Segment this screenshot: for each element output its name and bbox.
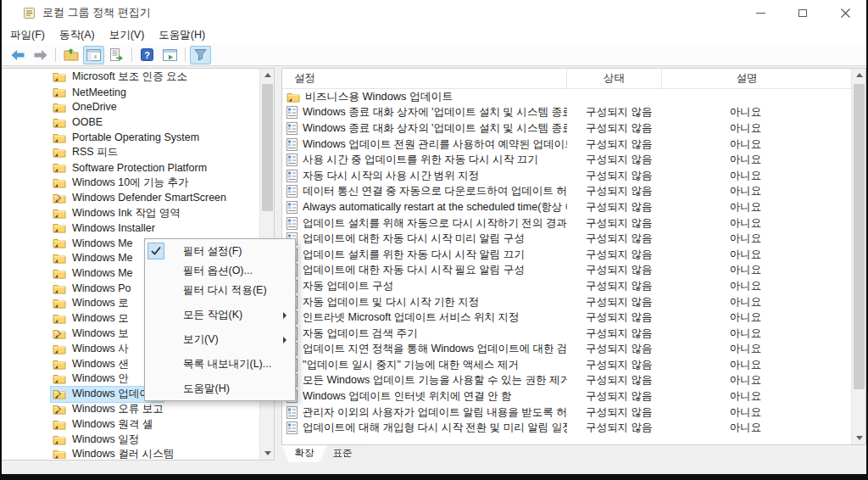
table-row[interactable]: Windows 업데이트 인터넷 위치에 연결 안 함 구성되지 않음 아니요 [282, 388, 851, 405]
tree-item[interactable]: NetMeeting [2, 85, 259, 100]
table-row[interactable]: 관리자 이외의 사용자가 업데이트 알림 내용을 받도록 허용 구성되지 않음 … [282, 405, 851, 421]
setting-name: 업데이트에 대해 개입형 다시 시작 전환 및 미리 알림 일정 ... [303, 421, 567, 435]
column-header-comment[interactable]: 설명 [662, 69, 865, 88]
window-title: 로컬 그룹 정책 편집기 [42, 5, 151, 20]
tree-item[interactable]: Windows 컬러 시스템 [2, 447, 259, 459]
export-list-button[interactable] [106, 46, 127, 64]
maximize-icon [798, 9, 807, 17]
table-row[interactable]: Always automatically restart at the sche… [282, 199, 851, 215]
context-menu-item[interactable]: 도움말(H) [145, 379, 295, 399]
show-console-tree-button[interactable] [83, 46, 104, 64]
minimize-button[interactable] [739, 0, 782, 25]
setting-comment: 아니요 [662, 153, 851, 167]
scroll-up-button[interactable] [260, 69, 275, 81]
tree-item[interactable]: Portable Operating System [2, 130, 259, 145]
submenu-arrow-icon [283, 312, 287, 319]
menu-action[interactable]: 동작(A) [54, 26, 104, 44]
context-menu-item[interactable]: 보기(V) [145, 330, 295, 349]
context-menu-item[interactable]: 필터 다시 적용(E) [145, 281, 295, 300]
table-row[interactable]: 업데이트에 대해 개입형 다시 시작 전환 및 미리 알림 일정 ... 구성되… [282, 420, 851, 436]
setting-state: 구성되지 않음 [567, 327, 662, 341]
tree-item-label: Windows Me [72, 267, 133, 279]
group-policy-editor-window: 로컬 그룹 정책 편집기 파일(F) 동작(A) 보기(V) 도움말(H) [2, 0, 866, 474]
tree-item[interactable]: Microsoft 보조 인증 요소 [2, 70, 259, 85]
table-row[interactable]: 업데이트 설치를 위해 자동으로 다시 시작하기 전의 경과 ... 구성되지 … [282, 215, 851, 232]
menu-file[interactable]: 파일(F) [5, 26, 54, 44]
table-row[interactable]: 모든 Windows 업데이트 기능을 사용할 수 있는 권한 제거 구성되지 … [282, 373, 851, 389]
column-header-setting[interactable]: 설정 [282, 69, 567, 88]
filter-button[interactable] [190, 46, 211, 64]
table-row[interactable]: 업데이트 지연 정책을 통해 Windows 업데이트에 대한 검사... 구성… [282, 342, 851, 358]
tree-item[interactable]: Windows Defender SmartScreen [2, 190, 259, 205]
policy-setting-icon [287, 153, 298, 166]
setting-state: 구성되지 않음 [567, 310, 662, 325]
context-menu-item[interactable]: 필터 옵션(O)... [145, 261, 295, 281]
setting-state: 구성되지 않음 [567, 184, 662, 198]
setting-comment: 아니요 [662, 405, 851, 420]
scrollbar-thumb[interactable] [854, 84, 865, 389]
setting-comment: 아니요 [662, 279, 851, 293]
folder-icon [53, 132, 66, 143]
help-button[interactable]: ? [136, 46, 158, 64]
table-row[interactable]: 사용 시간 중 업데이트를 위한 자동 다시 시작 끄기 구성되지 않음 아니요 [282, 152, 851, 168]
setting-state: 구성되지 않음 [567, 137, 662, 152]
scroll-down-button[interactable] [852, 432, 866, 444]
table-row[interactable]: 업데이트에 대한 자동 다시 시작 미리 알림 구성 구성되지 않음 아니요 [282, 231, 851, 247]
tree-item[interactable]: Windows Ink 작업 영역 [2, 205, 259, 220]
context-menu-item-label: 필터 설정(F) [183, 244, 242, 259]
policy-setting-icon [287, 122, 298, 135]
table-row[interactable]: 자동 다시 시작의 사용 시간 범위 지정 구성되지 않음 아니요 [282, 168, 851, 184]
close-button[interactable] [824, 0, 866, 25]
table-row[interactable]: 업데이트에 대한 자동 다시 시작 필요 알림 구성 구성되지 않음 아니요 [282, 263, 851, 279]
table-row[interactable]: 자동 업데이트 구성 구성되지 않음 아니요 [282, 278, 851, 294]
tree-item-label: Windows Me [72, 237, 133, 249]
table-row[interactable]: 업데이트 설치를 위한 자동 다시 시작 알림 끄기 구성되지 않음 아니요 [282, 247, 851, 263]
forward-button[interactable] [30, 46, 51, 64]
folder-icon [53, 419, 66, 430]
table-row[interactable]: 인트라넷 Microsoft 업데이트 서비스 위치 지정 구성되지 않음 아니… [282, 310, 851, 326]
setting-comment: 아니요 [662, 342, 851, 356]
context-menu-item[interactable]: 필터 설정(F) [145, 242, 295, 261]
menu-view[interactable]: 보기(V) [104, 26, 154, 44]
window-play-icon [163, 49, 177, 61]
setting-name: "업데이트 일시 중지" 기능에 대한 액세스 제거 [303, 358, 519, 372]
scroll-down-button[interactable] [260, 447, 275, 460]
tree-item[interactable]: OneDrive [2, 100, 259, 115]
tree-item[interactable]: OOBE [2, 114, 259, 130]
tree-item[interactable]: Windows 일정 [2, 432, 259, 447]
table-row[interactable]: Windows 종료 대화 상자의 '업데이트 설치 및 시스템 종료'... … [282, 120, 851, 137]
tree-item[interactable]: Software Protection Platform [2, 160, 259, 176]
group-row[interactable]: 비즈니스용 Windows 업데이트 [282, 89, 851, 105]
tree-item[interactable]: Windows Installer [2, 220, 259, 236]
scroll-up-button[interactable] [852, 69, 866, 81]
table-row[interactable]: Windows 종료 대화 상자에 '업데이트 설치 및 시스템 종료'... … [282, 105, 851, 121]
tab-extended[interactable]: 확장 [281, 445, 327, 462]
up-one-level-button[interactable] [60, 46, 81, 64]
table-row[interactable]: 데이터 통신 연결 중 자동으로 다운로드하여 업데이트 허용 구성되지 않음 … [282, 184, 851, 200]
setting-state: 구성되지 않음 [567, 342, 662, 356]
tree-item[interactable]: Windows 10에 기능 추가 [2, 176, 259, 191]
back-button[interactable] [7, 46, 28, 64]
tree-item-label: Portable Operating System [72, 131, 199, 143]
maximize-button[interactable] [782, 0, 824, 25]
tree-item[interactable]: RSS 피드 [2, 145, 259, 160]
app-icon [23, 7, 36, 20]
table-row[interactable]: 자동 업데이트 및 다시 시작 기한 지정 구성되지 않음 아니요 [282, 294, 851, 310]
menu-help[interactable]: 도움말(H) [153, 26, 214, 44]
column-header-state[interactable]: 상태 [567, 69, 662, 88]
tree-item[interactable]: Windows 오류 보고 [2, 402, 259, 417]
policy-setting-icon [287, 170, 298, 182]
table-row[interactable]: 자동 업데이트 검색 주기 구성되지 않음 아니요 [282, 326, 851, 342]
context-menu-item[interactable]: 모든 작업(K) [145, 305, 295, 325]
tab-standard[interactable]: 표준 [320, 445, 365, 462]
table-row[interactable]: Windows 업데이트 전원 관리를 사용하여 예약된 업데이트... 구성되… [282, 137, 851, 153]
tree-item[interactable]: Windows 원격 셸 [2, 416, 259, 432]
setting-state: 구성되지 않음 [567, 232, 662, 246]
folder-icon [53, 147, 66, 158]
scrollbar-thumb[interactable] [262, 84, 273, 211]
list-scrollbar[interactable] [851, 69, 865, 444]
table-row[interactable]: "업데이트 일시 중지" 기능에 대한 액세스 제거 구성되지 않음 아니요 [282, 357, 851, 373]
show-window-button[interactable] [159, 46, 181, 64]
policy-setting-icon [287, 201, 298, 214]
context-menu-item[interactable]: 목록 내보내기(L)... [145, 354, 295, 374]
